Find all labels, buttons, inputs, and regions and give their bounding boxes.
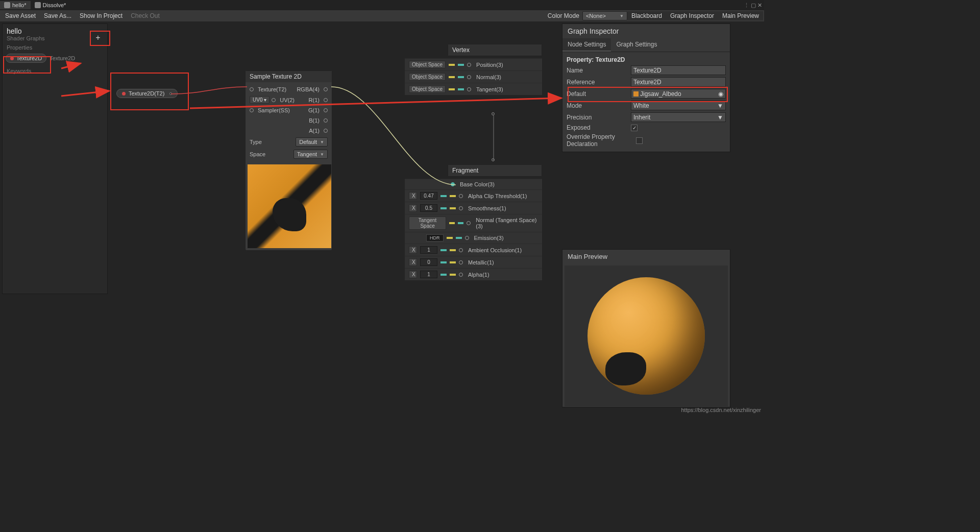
type-dot-icon [10,57,14,60]
type-select[interactable]: Default▼ [296,137,328,147]
preview-title: Main Preview [562,250,730,263]
input-port[interactable] [459,206,463,210]
shader-icon [35,2,41,8]
fragment-input-metallic[interactable]: X 0 Metallic(1) [405,256,542,268]
metallic-field[interactable]: 0 [420,258,437,266]
save-asset-button[interactable]: Save Asset [1,11,40,20]
output-port[interactable] [324,98,328,102]
graph-canvas[interactable]: hello Shader Graphs + Properties Texture… [0,21,764,415]
node-preview [248,164,331,248]
object-picker-icon[interactable]: ◉ [718,90,723,98]
fragment-input-alphaclip[interactable]: X 0.47 Alpha Clip Threshold(1) [405,189,542,202]
input-port[interactable] [459,260,463,264]
preview-viewport[interactable] [565,265,728,406]
fragment-input-basecolor[interactable]: Base Color(3) [405,179,542,189]
vertex-master-node[interactable]: Vertex [448,44,542,56]
maximize-icon[interactable]: ▢ [751,2,756,9]
blackboard-panel[interactable]: hello Shader Graphs + Properties Texture… [2,23,108,294]
window-controls: ⋮ ▢ ✕ [744,2,762,9]
exposed-checkbox[interactable]: ✓ [631,125,638,131]
save-as-button[interactable]: Save As... [40,11,76,20]
vertex-rows: Object Space Position(3) Object Space No… [405,58,542,95]
vertex-input-normal[interactable]: Object Space Normal(3) [405,70,542,83]
fragment-master-node[interactable]: Fragment [448,164,542,177]
prop-name-row: Name Texture2D [567,64,726,76]
input-port[interactable] [250,87,254,91]
inspector-title: Graph Inspector [562,24,730,38]
input-port[interactable] [451,182,455,186]
fragment-input-smoothness[interactable]: X 0.5 Smoothness(1) [405,202,542,214]
keywords-header: Keywords [3,66,107,76]
ao-field[interactable]: 1 [420,246,437,254]
alpha-clip-field[interactable]: 0.47 [420,192,437,200]
fragment-input-normal[interactable]: Tangent Space Normal (Tangent Space)(3) [405,214,542,232]
input-port[interactable] [467,75,471,79]
precision-select[interactable]: Inherit▼ [631,112,726,122]
output-port[interactable] [324,118,328,123]
color-mode-select[interactable]: <None> ▼ [582,11,627,20]
show-in-project-button[interactable]: Show In Project [76,11,127,20]
property-node-texture2d[interactable]: Texture2D(T2) [116,89,178,98]
graph-inspector-button[interactable]: Graph Inspector [666,11,718,20]
mode-select[interactable]: White▼ [631,101,726,110]
shader-icon [4,2,10,8]
main-preview-panel[interactable]: Main Preview [562,249,730,407]
output-port[interactable] [324,129,328,133]
property-pill-texture2d[interactable]: Texture2D [6,54,46,63]
add-property-button[interactable]: + [93,33,103,43]
main-preview-button[interactable]: Main Preview [718,11,763,20]
input-port[interactable] [459,194,463,198]
check-out-button[interactable]: Check Out [127,11,164,20]
output-port[interactable] [169,92,172,95]
tab-hello[interactable]: hello* [0,1,31,9]
property-header: Property: Texture2D [567,55,726,64]
fragment-input-ao[interactable]: X 1 Ambient Occlusion(1) [405,244,542,256]
vertex-stem [492,112,495,115]
tab-label: Dissolve* [43,2,66,8]
properties-header: Properties [3,42,107,53]
watermark: https://blog.csdn.net/xinzhilinger [681,407,761,413]
sample-texture2d-node[interactable]: Sample Texture 2D Texture(T2) RGBA(4) UV… [245,70,332,251]
prop-exposed-row: Exposed ✓ [567,123,726,132]
input-port[interactable] [467,63,471,67]
input-port[interactable] [459,248,463,252]
fragment-input-alpha[interactable]: X 1 Alpha(1) [405,268,542,280]
space-select[interactable]: Tangent▼ [293,150,328,159]
reference-field[interactable]: Texture2D [631,77,726,87]
uv-dropdown[interactable]: UV0 ▾ [250,96,270,104]
input-port[interactable] [467,221,471,225]
input-port[interactable] [459,273,463,277]
fragment-stem [492,158,495,161]
override-checkbox[interactable] [636,137,643,144]
default-field[interactable]: Jigsaw_Albedo ◉ [631,89,726,99]
vertex-title[interactable]: Vertex [448,44,542,56]
prop-precision-row: Precision Inherit▼ [567,111,726,123]
blackboard-subtitle: Shader Graphs [7,35,103,41]
texture-icon [633,91,639,96]
smoothness-field[interactable]: 0.5 [420,204,437,212]
fragment-title[interactable]: Fragment [448,165,542,176]
input-port[interactable] [465,236,469,240]
tab-graph-settings[interactable]: Graph Settings [611,38,662,52]
tab-label: hello* [12,2,27,8]
output-port[interactable] [324,108,328,112]
input-port[interactable] [250,108,254,112]
close-icon[interactable]: ✕ [757,2,762,9]
chevron-down-icon: ▼ [620,14,624,18]
node-title[interactable]: Sample Texture 2D [246,71,332,82]
fragment-input-emission[interactable]: HDR Emission(3) [405,232,542,244]
input-port[interactable] [272,98,276,102]
graph-inspector-panel[interactable]: Graph Inspector Node Settings Graph Sett… [562,23,730,152]
blackboard-title: hello [7,27,103,35]
output-port[interactable] [324,87,328,91]
vertex-input-tangent[interactable]: Object Space Tangent(3) [405,83,542,95]
alpha-field[interactable]: 1 [420,271,437,278]
tab-dissolve[interactable]: Dissolve* [31,1,70,9]
tab-node-settings[interactable]: Node Settings [562,38,611,52]
input-port[interactable] [467,87,471,91]
name-field[interactable]: Texture2D [631,65,726,75]
menu-icon[interactable]: ⋮ [744,2,749,9]
blackboard-button[interactable]: Blackboard [627,11,666,20]
type-dot-icon [122,92,126,95]
vertex-input-position[interactable]: Object Space Position(3) [405,58,542,70]
